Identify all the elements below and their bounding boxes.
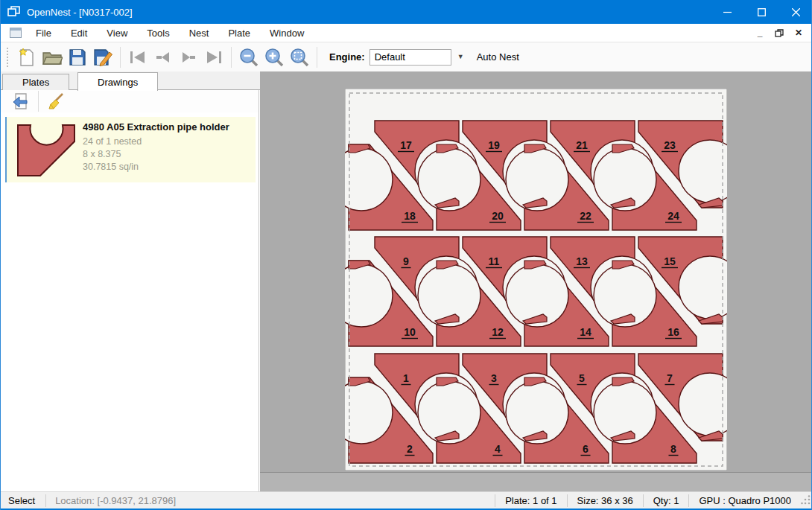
drawings-toolbar: [1, 90, 258, 112]
zoom-in-icon[interactable]: [261, 45, 287, 69]
tab-drawings[interactable]: Drawings: [77, 72, 158, 91]
minimize-button[interactable]: [710, 0, 744, 24]
part-number: 23: [664, 139, 676, 151]
part-number: 8: [670, 443, 676, 455]
part-number: 5: [579, 372, 585, 384]
resize-grip[interactable]: [801, 495, 811, 506]
status-gpu: GPU : Quadro P1000: [689, 495, 801, 506]
menu-window[interactable]: Window: [260, 24, 314, 42]
part-number: 12: [492, 326, 504, 338]
menu-plate[interactable]: Plate: [218, 24, 260, 42]
drawing-list-item[interactable]: 4980 A05 Extraction pipe holder 24 of 1 …: [5, 117, 256, 182]
title-bar[interactable]: OpenNest - [N0317-002]: [1, 0, 812, 24]
menu-view[interactable]: View: [97, 24, 137, 42]
part-number: 4: [495, 443, 501, 455]
part-number: 19: [488, 139, 500, 151]
part-number: 1: [403, 372, 409, 384]
drawings-panel: 4980 A05 Extraction pipe holder 24 of 1 …: [1, 90, 259, 491]
part-area: 30.7815 sq/in: [83, 162, 229, 172]
mdi-restore-button[interactable]: [771, 25, 787, 40]
close-button[interactable]: [778, 0, 812, 24]
part-number: 21: [576, 139, 588, 151]
part-number: 14: [580, 326, 591, 338]
part-size: 8 x 8.375: [83, 149, 229, 159]
part-number: 11: [489, 255, 500, 267]
window-title: OpenNest - [N0317-002]: [27, 7, 133, 18]
part-thumbnail: [16, 123, 78, 178]
part-number: 20: [492, 210, 504, 222]
mdi-minimize-button[interactable]: _: [752, 25, 768, 40]
open-folder-icon[interactable]: [39, 45, 65, 69]
status-bar: Select Location: [-0.9437, 21.8796] Plat…: [1, 491, 812, 509]
part-number: 13: [576, 255, 588, 267]
part-number: 18: [404, 210, 416, 222]
chevron-down-icon[interactable]: ▼: [457, 53, 464, 60]
save-as-icon[interactable]: [90, 45, 115, 69]
tab-plates[interactable]: Plates: [2, 74, 69, 90]
canvas-bottom-strip: [260, 473, 812, 491]
menu-tools[interactable]: Tools: [137, 24, 179, 42]
go-next-icon[interactable]: [176, 45, 201, 69]
part-number: 3: [491, 372, 497, 384]
part-nested-count: 24 of 1 nested: [83, 136, 229, 147]
engine-label: Engine:: [329, 51, 365, 63]
zoom-fit-icon[interactable]: [287, 45, 312, 69]
menu-bar: File Edit View Tools Nest Plate Window: [1, 24, 812, 42]
go-first-icon[interactable]: [125, 45, 150, 69]
go-previous-icon[interactable]: [150, 45, 176, 69]
toolbar-grip[interactable]: [7, 48, 10, 67]
part-number: 17: [400, 139, 412, 151]
part-title: 4980 A05 Extraction pipe holder: [83, 121, 229, 133]
part-number: 6: [583, 443, 589, 455]
return-drawing-icon[interactable]: [8, 89, 34, 113]
nest-plate[interactable]: 171819202122232491011121314151612345678: [345, 89, 727, 471]
status-qty: Qty: 1: [644, 495, 689, 506]
panel-tabs: Plates Drawings: [1, 71, 260, 90]
auto-nest-button[interactable]: Auto Nest: [477, 51, 519, 63]
part-number: 10: [404, 326, 416, 338]
status-plate: Plate: 1 of 1: [495, 495, 566, 506]
mdi-document-icon[interactable]: [10, 28, 22, 38]
status-location: Location: [-0.9437, 21.8796]: [46, 495, 185, 506]
part-number: 15: [664, 255, 676, 267]
part-number: 16: [667, 326, 679, 338]
nest-canvas[interactable]: 171819202122232491011121314151612345678: [260, 71, 812, 491]
status-size: Size: 36 x 36: [568, 495, 643, 506]
app-icon: [7, 5, 21, 19]
engine-value: Default: [375, 51, 405, 63]
part-number: 7: [667, 372, 673, 384]
menu-file[interactable]: File: [26, 24, 61, 42]
zoom-out-icon[interactable]: [236, 45, 261, 69]
clean-broom-icon[interactable]: [43, 89, 69, 113]
engine-select[interactable]: Default ▼: [369, 49, 451, 66]
menu-nest[interactable]: Nest: [180, 24, 219, 42]
part-number: 9: [403, 255, 409, 267]
maximize-button[interactable]: [744, 0, 778, 24]
new-document-icon[interactable]: [14, 45, 39, 69]
mdi-close-button[interactable]: ✕: [790, 25, 807, 40]
status-mode: Select: [1, 495, 45, 506]
save-icon[interactable]: [65, 45, 90, 69]
part-number: 24: [667, 210, 679, 222]
part-number: 2: [407, 443, 413, 455]
part-number: 22: [580, 210, 591, 222]
go-last-icon[interactable]: [201, 45, 226, 69]
main-toolbar: Engine: Default ▼ Auto Nest: [1, 42, 812, 71]
menu-edit[interactable]: Edit: [61, 24, 97, 42]
